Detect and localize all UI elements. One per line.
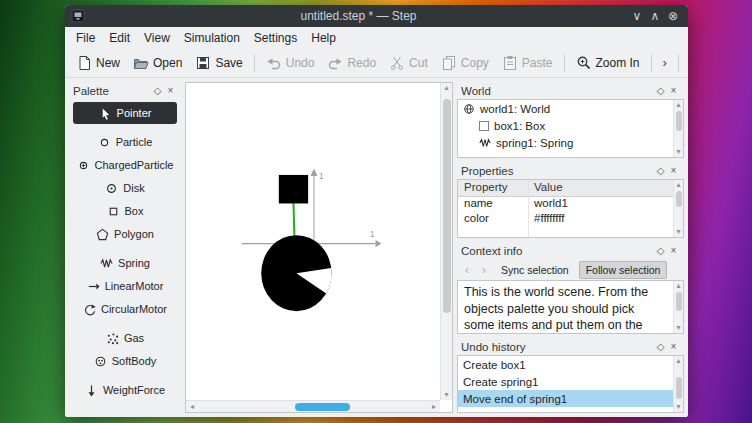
undo-item-create-spring1[interactable]: Create spring1: [458, 373, 673, 390]
scrollbar-thumb[interactable]: [676, 292, 682, 311]
float-panel-icon[interactable]: ◇: [654, 341, 667, 352]
open-button[interactable]: Open: [127, 52, 188, 74]
forward-button[interactable]: ›: [477, 262, 491, 277]
open-button-label: Open: [153, 56, 182, 70]
property-row-name[interactable]: name world1: [458, 197, 673, 212]
simulate-button[interactable]: Simulate ▾: [684, 52, 688, 74]
save-button[interactable]: Save: [189, 52, 248, 74]
scroll-left-icon[interactable]: ◂: [186, 402, 198, 412]
scroll-down-icon[interactable]: ▾: [674, 147, 684, 157]
scroll-up-icon[interactable]: ▴: [674, 281, 684, 291]
item-checkbox[interactable]: [479, 121, 489, 131]
menu-simulation[interactable]: Simulation: [177, 29, 247, 47]
property-value-cell[interactable]: world1: [528, 197, 673, 212]
tree-item-spring1[interactable]: spring1: Spring: [458, 134, 673, 151]
menu-help[interactable]: Help: [304, 29, 343, 47]
menu-settings[interactable]: Settings: [247, 29, 304, 47]
box1-object[interactable]: [279, 175, 308, 204]
palette-item-particle[interactable]: Particle: [73, 131, 177, 153]
palette-item-softbody[interactable]: SoftBody: [73, 350, 177, 372]
palette-item-label: WeightForce: [103, 384, 165, 396]
float-panel-icon[interactable]: ◇: [151, 85, 164, 96]
property-value-cell[interactable]: #ffffffff: [528, 212, 673, 227]
scrollbar-thumb[interactable]: [676, 191, 682, 208]
column-header-property[interactable]: Property: [458, 180, 528, 196]
redo-button[interactable]: Redo: [321, 52, 382, 74]
scroll-up-icon[interactable]: ▴: [674, 100, 684, 110]
paste-button[interactable]: Paste: [496, 52, 559, 74]
palette-item-weightforce[interactable]: WeightForce: [73, 379, 177, 401]
y-axis-label: 1: [319, 171, 324, 181]
copy-button[interactable]: Copy: [435, 52, 495, 74]
maximize-button[interactable]: ∧: [646, 9, 664, 23]
close-panel-icon[interactable]: ×: [667, 245, 680, 256]
float-panel-icon[interactable]: ◇: [654, 85, 667, 96]
weight-force-icon: [85, 384, 98, 397]
close-panel-icon[interactable]: ×: [164, 85, 177, 96]
palette-item-chargedparticle[interactable]: ChargedParticle: [73, 154, 177, 176]
palette-item-box[interactable]: Box: [73, 200, 177, 222]
disk-object[interactable]: [261, 235, 331, 311]
sync-selection-button[interactable]: Sync selection: [494, 261, 576, 279]
world-scrollbar[interactable]: ▴ ▾: [673, 100, 683, 157]
particle-icon: [98, 136, 111, 149]
scrollbar-thumb[interactable]: [443, 99, 451, 313]
float-panel-icon[interactable]: ◇: [654, 165, 667, 176]
canvas-vertical-scrollbar[interactable]: ▴ ▾: [440, 83, 452, 400]
follow-selection-button[interactable]: Follow selection: [579, 261, 668, 279]
palette-item-polygon[interactable]: Polygon: [73, 223, 177, 245]
scrollbar-thumb[interactable]: [295, 403, 350, 411]
scroll-down-icon[interactable]: ▾: [674, 323, 684, 333]
palette-item-spring[interactable]: Spring: [73, 252, 177, 274]
close-button[interactable]: ⊗: [664, 9, 682, 23]
titlebar[interactable]: untitled.step * — Step ∨ ∧ ⊗: [65, 5, 688, 27]
back-button[interactable]: ‹: [460, 262, 474, 277]
y-axis-arrowhead: [311, 169, 318, 176]
palette-item-circularmotor[interactable]: CircularMotor: [73, 298, 177, 320]
undo-item-move-end-of-spring1[interactable]: Move end of spring1: [458, 390, 673, 407]
minimize-button[interactable]: ∨: [628, 9, 646, 23]
undo-button[interactable]: Undo: [260, 52, 321, 74]
new-button[interactable]: New: [70, 52, 126, 74]
properties-panel-header: Properties ◇ ×: [457, 162, 684, 179]
menu-edit[interactable]: Edit: [102, 29, 137, 47]
scrollbar-thumb[interactable]: [676, 377, 682, 399]
canvas-horizontal-scrollbar[interactable]: ◂ ▸: [186, 400, 440, 412]
scroll-up-icon[interactable]: ▴: [674, 356, 684, 366]
column-header-value[interactable]: Value: [528, 180, 673, 196]
menu-file[interactable]: File: [69, 29, 102, 47]
palette-item-pointer[interactable]: Pointer: [73, 102, 177, 124]
scroll-up-icon[interactable]: ▴: [441, 83, 453, 93]
context-info-scrollbar[interactable]: ▴ ▾: [673, 281, 683, 333]
properties-scrollbar[interactable]: ▴ ▾: [673, 180, 683, 237]
menu-view[interactable]: View: [137, 29, 177, 47]
properties-table-header: Property Value: [458, 180, 673, 197]
tree-item-box1[interactable]: box1: Box: [458, 117, 673, 134]
tree-item-world1[interactable]: world1: World: [458, 100, 673, 117]
toolbar-extension-button[interactable]: ›: [657, 52, 673, 73]
world-canvas[interactable]: 1 1 ▴ ▾ ◂ ▸: [185, 82, 453, 413]
scroll-down-icon[interactable]: ▾: [441, 390, 453, 400]
close-panel-icon[interactable]: ×: [667, 341, 680, 352]
scrollbar-thumb[interactable]: [676, 111, 682, 131]
undo-icon: [266, 55, 282, 71]
scroll-right-icon[interactable]: ▸: [428, 402, 440, 412]
undo-item-create-box1[interactable]: Create box1: [458, 356, 673, 373]
world-tree: world1: World box1: Box spring1: Spring: [458, 100, 673, 157]
close-panel-icon[interactable]: ×: [667, 165, 680, 176]
cut-button[interactable]: Cut: [383, 52, 434, 74]
palette-items: Pointer Particle ChargedParticle: [69, 99, 181, 413]
scroll-down-icon[interactable]: ▾: [674, 402, 684, 412]
palette-item-disk[interactable]: Disk: [73, 177, 177, 199]
zoom-in-button-label: Zoom In: [596, 56, 640, 70]
palette-item-gas[interactable]: Gas: [73, 327, 177, 349]
scroll-down-icon[interactable]: ▾: [674, 227, 684, 237]
float-panel-icon[interactable]: ◇: [654, 245, 667, 256]
palette-item-linearmotor[interactable]: LinearMotor: [73, 275, 177, 297]
zoom-in-button[interactable]: Zoom In: [570, 52, 646, 74]
scroll-up-icon[interactable]: ▴: [674, 180, 684, 190]
palette-item-label: CircularMotor: [101, 303, 167, 315]
undo-history-scrollbar[interactable]: ▴ ▾: [673, 356, 683, 412]
close-panel-icon[interactable]: ×: [667, 85, 680, 96]
property-row-color[interactable]: color #ffffffff: [458, 212, 673, 227]
